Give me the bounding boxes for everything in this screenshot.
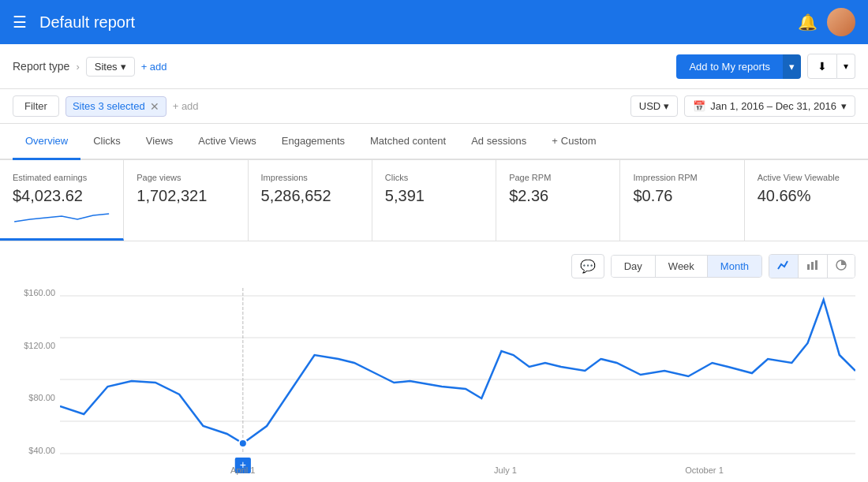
metric-page-views[interactable]: Page views 1,702,321	[124, 160, 248, 241]
avatar[interactable]	[827, 8, 855, 36]
plus-icon: +	[552, 135, 558, 147]
report-type-bar: Report type › Sites ▾ + add Add to My re…	[0, 44, 868, 89]
report-type-label: Report type	[13, 60, 69, 73]
metric-value-pagerpm: $2.36	[509, 187, 607, 205]
y-label-160: $160.00	[13, 288, 55, 297]
day-button[interactable]: Day	[612, 256, 656, 277]
metric-chart-earnings	[13, 210, 110, 226]
filter-bar: Filter Sites 3 selected ✕ + add USD ▾ 📅 …	[0, 89, 868, 124]
download-group: ⬇ ▾	[807, 54, 855, 79]
tab-ad-sessions[interactable]: Ad sessions	[458, 124, 539, 160]
metric-clicks[interactable]: Clicks 5,391	[372, 160, 496, 241]
metric-impressions[interactable]: Impressions 5,286,652	[249, 160, 372, 241]
download-dropdown-button[interactable]: ▾	[837, 54, 855, 79]
sites-filter-tag[interactable]: Sites 3 selected ✕	[65, 96, 166, 117]
metric-label-clicks: Clicks	[385, 173, 483, 182]
add-reports-group: Add to My reports ▾	[676, 54, 801, 79]
download-button[interactable]: ⬇	[807, 54, 837, 79]
filter-button[interactable]: Filter	[13, 95, 59, 117]
page-title: Default report	[39, 13, 798, 32]
add-reports-dropdown-button[interactable]: ▾	[783, 54, 801, 79]
calendar-icon: 📅	[693, 100, 705, 112]
tab-clicks[interactable]: Clicks	[80, 124, 133, 160]
metric-value-activeview: 40.66%	[758, 187, 855, 205]
pie-chart-button[interactable]	[828, 255, 855, 278]
chart-controls: 💬 Day Week Month	[13, 254, 855, 278]
metric-estimated-earnings[interactable]: Estimated earnings $4,023.62	[0, 160, 124, 241]
svg-text:July 1: July 1	[494, 465, 517, 475]
metric-active-view[interactable]: Active View Viewable 40.66%	[745, 160, 868, 241]
metric-value-pageviews: 1,702,321	[137, 187, 234, 205]
add-reports-button[interactable]: Add to My reports	[676, 54, 783, 79]
line-chart-button[interactable]	[769, 255, 799, 278]
tab-custom-label: Custom	[561, 135, 597, 147]
chart-canvas: + April 1 July 1 October 1	[60, 288, 855, 477]
currency-arrow-icon: ▾	[664, 100, 669, 112]
svg-rect-2	[815, 260, 817, 270]
metric-value-impressions: 5,286,652	[261, 187, 359, 205]
sites-label: Sites	[95, 61, 118, 73]
tabs-bar: Overview Clicks Views Active Views Engag…	[0, 124, 868, 160]
date-range-label: Jan 1, 2016 – Dec 31, 2016	[710, 100, 836, 112]
week-button[interactable]: Week	[656, 256, 708, 277]
metric-label-earnings: Estimated earnings	[13, 173, 110, 182]
tab-views[interactable]: Views	[133, 124, 185, 160]
time-period-group: Day Week Month	[611, 255, 762, 278]
right-actions: Add to My reports ▾ ⬇ ▾	[676, 54, 855, 79]
metric-label-impressions: Impressions	[261, 173, 359, 182]
metric-value-impressionrpm: $0.76	[633, 187, 731, 205]
chart-type-group	[769, 254, 855, 278]
y-axis: $160.00 $120.00 $80.00 $40.00	[13, 288, 60, 477]
date-range-picker[interactable]: 📅 Jan 1, 2016 – Dec 31, 2016 ▾	[684, 95, 855, 117]
metrics-row: Estimated earnings $4,023.62 Page views …	[0, 160, 868, 241]
chart-with-axes: $160.00 $120.00 $80.00 $40.00	[13, 288, 855, 477]
currency-label: USD	[639, 100, 660, 112]
svg-point-10	[239, 439, 247, 447]
right-filter: USD ▾ 📅 Jan 1, 2016 – Dec 31, 2016 ▾	[630, 95, 855, 117]
metric-label-activeview: Active View Viewable	[758, 173, 855, 182]
tab-overview[interactable]: Overview	[13, 124, 80, 160]
y-label-120: $120.00	[13, 341, 55, 350]
svg-text:April 1: April 1	[230, 465, 255, 475]
add-link[interactable]: + add	[141, 61, 167, 73]
metric-value-clicks: 5,391	[385, 187, 483, 205]
sites-dropdown[interactable]: Sites ▾	[86, 57, 135, 77]
svg-rect-1	[811, 262, 814, 270]
sites-tag-label: Sites 3 selected	[73, 100, 145, 112]
month-button[interactable]: Month	[708, 256, 761, 277]
tab-matched-content[interactable]: Matched content	[357, 124, 458, 160]
metric-label-pagerpm: Page RPM	[509, 173, 607, 182]
chart-svg: + April 1 July 1 October 1	[60, 288, 855, 477]
metric-label-pageviews: Page views	[137, 173, 234, 182]
breadcrumb-arrow: ›	[76, 61, 79, 73]
svg-rect-0	[807, 264, 810, 270]
top-bar: ☰ Default report 🔔	[0, 0, 868, 44]
date-arrow-icon: ▾	[841, 100, 847, 112]
svg-text:October 1: October 1	[685, 465, 724, 475]
tab-active-views[interactable]: Active Views	[185, 124, 268, 160]
y-label-40: $40.00	[13, 446, 55, 455]
comment-button[interactable]: 💬	[571, 254, 604, 278]
remove-filter-icon[interactable]: ✕	[150, 100, 159, 113]
chart-area: 💬 Day Week Month $160.00 $120	[0, 241, 868, 482]
add-filter-link[interactable]: + add	[173, 100, 199, 112]
dropdown-arrow-icon: ▾	[121, 61, 126, 73]
tab-custom[interactable]: + Custom	[539, 124, 608, 160]
metric-page-rpm[interactable]: Page RPM $2.36	[496, 160, 620, 241]
tab-engagements[interactable]: Engagements	[269, 124, 357, 160]
currency-selector[interactable]: USD ▾	[630, 95, 678, 117]
metric-value-earnings: $4,023.62	[13, 187, 110, 205]
bar-chart-button[interactable]	[799, 255, 828, 278]
hamburger-icon[interactable]: ☰	[13, 13, 27, 32]
header-icons: 🔔	[798, 8, 855, 36]
metric-label-impressionrpm: Impression RPM	[633, 173, 731, 182]
bell-icon[interactable]: 🔔	[798, 13, 817, 32]
metric-impression-rpm[interactable]: Impression RPM $0.76	[620, 160, 744, 241]
y-label-80: $80.00	[13, 393, 55, 402]
